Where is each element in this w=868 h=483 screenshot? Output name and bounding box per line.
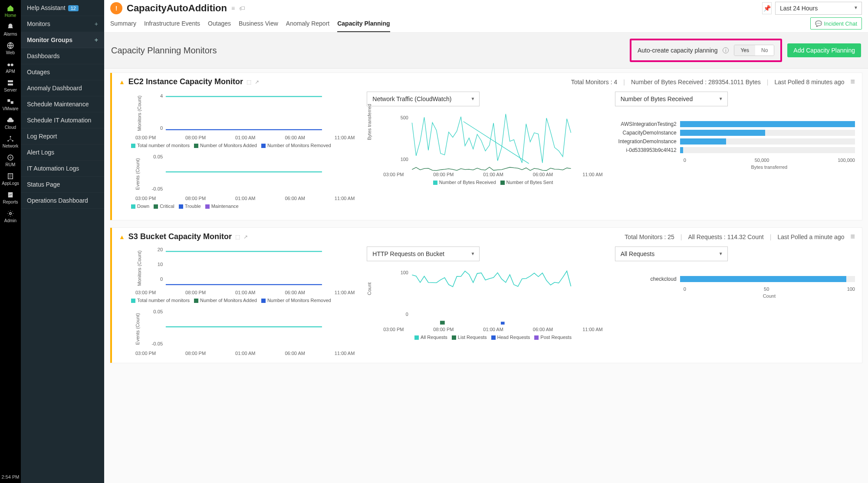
nav-item-outages[interactable]: Outages bbox=[21, 64, 104, 80]
plus-icon[interactable]: + bbox=[95, 20, 98, 27]
nav-item-dashboards[interactable]: Dashboards bbox=[21, 48, 104, 64]
menu-icon[interactable]: ≡ bbox=[231, 5, 235, 12]
nav-item-status-page[interactable]: Status Page bbox=[21, 177, 104, 193]
nav-badge: 12 bbox=[68, 5, 79, 11]
tab-business-view[interactable]: Business View bbox=[239, 17, 278, 32]
vmware-icon bbox=[7, 98, 14, 105]
rail-cloud[interactable]: Cloud bbox=[0, 114, 21, 132]
rail-label: Reports bbox=[3, 200, 18, 204]
nav-item-anomaly-dashboard[interactable]: Anomaly Dashboard bbox=[21, 80, 104, 96]
metric-select[interactable]: All Requests bbox=[615, 246, 728, 261]
card-title[interactable]: S3 Bucket Capacity Monitor bbox=[128, 232, 232, 241]
titlebar: ! CapacityAutoAddition ≡ 🏷 📌 Last 24 Hou… bbox=[104, 0, 868, 15]
nav-item-operations-dashboard[interactable]: Operations Dashboard bbox=[21, 193, 104, 209]
rail-label: Home bbox=[5, 13, 16, 18]
nav-item-monitor-groups[interactable]: Monitor Groups+ bbox=[21, 32, 104, 48]
bar-x-ticks: 050100 bbox=[615, 285, 855, 292]
svg-text:0: 0 bbox=[406, 312, 408, 317]
y-axis-label: Monitors (Count) bbox=[137, 95, 142, 131]
nav-item-schedule-maintenance[interactable]: Schedule Maintenance bbox=[21, 96, 104, 112]
rail-alarms[interactable]: Alarms bbox=[0, 20, 21, 39]
nav-item-it-automation-logs[interactable]: IT Automation Logs bbox=[21, 161, 104, 177]
x-ticks: 03:00 PM08:00 PM01:00 AM06:00 AM11:00 AM bbox=[367, 327, 607, 332]
svg-text:10: 10 bbox=[158, 262, 163, 267]
legend-item: Post Requests bbox=[534, 335, 572, 340]
tab-summary[interactable]: Summary bbox=[110, 17, 136, 32]
legend: Number of Bytes ReceivedNumber of Bytes … bbox=[367, 177, 607, 189]
y-axis-label: Events (Count) bbox=[135, 313, 140, 345]
toggle-no[interactable]: No bbox=[755, 45, 774, 56]
tab-capacity-planning[interactable]: Capacity Planning bbox=[337, 17, 390, 32]
card-header: ▲EC2 Instance Capacity Monitor⬚↗Total Mo… bbox=[119, 77, 855, 89]
auto-create-toggle[interactable]: Yes No bbox=[734, 45, 774, 56]
y-axis-label: Events (Count) bbox=[135, 158, 140, 190]
legend-item: Number of Monitors Removed bbox=[261, 143, 331, 148]
rail-rum[interactable]: RUM bbox=[0, 151, 21, 170]
plus-icon[interactable]: + bbox=[95, 36, 98, 43]
nav-item-help-assistant[interactable]: Help Assistant12 bbox=[21, 0, 104, 16]
rail-applogs[interactable]: AppLogs bbox=[0, 170, 21, 188]
nav-item-schedule-it-automation[interactable]: Schedule IT Automation bbox=[21, 112, 104, 128]
main: ! CapacityAutoAddition ≡ 🏷 📌 Last 24 Hou… bbox=[104, 0, 868, 483]
auto-create-label: Auto-create capacity planning bbox=[638, 47, 717, 54]
rail-reports[interactable]: Reports bbox=[0, 188, 21, 207]
rail-label: Cloud bbox=[5, 125, 16, 130]
rail-network[interactable]: Network bbox=[0, 132, 21, 151]
cube-icon[interactable]: ⬚ bbox=[235, 234, 240, 240]
toggle-yes[interactable]: Yes bbox=[734, 45, 755, 56]
rail-vmware[interactable]: VMware bbox=[0, 95, 21, 114]
add-capacity-planning-button[interactable]: Add Capacity Planning bbox=[787, 43, 861, 57]
bar-track bbox=[680, 147, 855, 153]
tag-icon[interactable]: 🏷 bbox=[239, 5, 245, 12]
bar-fill bbox=[680, 121, 855, 127]
side-nav: Help Assistant12Monitors+Monitor Groups+… bbox=[21, 0, 104, 483]
legend: Total number of monitorsNumber of Monito… bbox=[119, 295, 359, 307]
nav-item-log-report[interactable]: Log Report bbox=[21, 128, 104, 145]
external-link-icon[interactable]: ↗ bbox=[255, 79, 259, 85]
right-column: All Requestscheckcloud050100Count bbox=[615, 246, 855, 356]
metric-select[interactable]: Number of Bytes Received bbox=[615, 92, 728, 106]
time-range-select[interactable]: Last 24 Hours bbox=[775, 2, 862, 15]
nav-item-alert-logs[interactable]: Alert Logs bbox=[21, 145, 104, 161]
chart-type-select[interactable]: Network Traffic (CloudWatch) bbox=[367, 92, 480, 106]
external-link-icon[interactable]: ↗ bbox=[243, 234, 248, 240]
legend: DownCriticalTroubleMaintenance bbox=[119, 201, 359, 213]
rail-server[interactable]: Server bbox=[0, 76, 21, 95]
tab-anomaly-report[interactable]: Anomaly Report bbox=[286, 17, 329, 32]
rail-home[interactable]: Home bbox=[0, 2, 21, 20]
mini-line-chart: 0.05-0.05Events (Count) bbox=[119, 307, 359, 351]
nav-item-monitors[interactable]: Monitors+ bbox=[21, 16, 104, 32]
incident-chat-button[interactable]: 💬 Incident Chat bbox=[810, 17, 862, 30]
card-stat: Number of Bytes Received : 289354.1011 B… bbox=[631, 79, 761, 85]
rail-web[interactable]: Web bbox=[0, 39, 21, 58]
card-menu-icon[interactable]: ≡ bbox=[850, 232, 855, 241]
y-axis-label: Count bbox=[367, 283, 372, 295]
bar-fill bbox=[680, 276, 846, 282]
nav-label: IT Automation Logs bbox=[27, 165, 79, 172]
bar-label: AWSIntegrationTesting2 bbox=[615, 121, 680, 127]
bar-chart: AWSIntegrationTesting2CapacityDemoInstan… bbox=[615, 110, 855, 170]
rail-admin[interactable]: Admin bbox=[0, 207, 21, 226]
tabs: SummaryInfrastructure EventsOutagesBusin… bbox=[104, 15, 868, 33]
charts-row: 20100Monitors (Count)03:00 PM08:00 PM01:… bbox=[119, 244, 855, 356]
pin-icon[interactable]: 📌 bbox=[762, 2, 772, 14]
mid-column: HTTP Requests on BucketCount100003:00 PM… bbox=[367, 246, 607, 356]
tab-outages[interactable]: Outages bbox=[208, 17, 231, 32]
svg-point-7 bbox=[10, 136, 11, 137]
y-axis-label: Monitors (Count) bbox=[137, 250, 142, 286]
svg-rect-4 bbox=[8, 84, 13, 86]
info-icon[interactable]: i bbox=[723, 47, 729, 53]
card-title[interactable]: EC2 Instance Capacity Monitor bbox=[128, 77, 243, 86]
mini-line-chart: 0.05-0.05Events (Count) bbox=[119, 152, 359, 196]
legend-item: Number of Monitors Removed bbox=[261, 298, 331, 303]
bar-chart: checkcloud050100Count bbox=[615, 265, 855, 299]
svg-text:-0.05: -0.05 bbox=[152, 186, 163, 191]
tab-infrastructure-events[interactable]: Infrastructure Events bbox=[144, 17, 200, 32]
svg-text:100: 100 bbox=[401, 157, 408, 162]
cube-icon[interactable]: ⬚ bbox=[247, 79, 251, 85]
rail-apm[interactable]: APM bbox=[0, 58, 21, 76]
bar-track bbox=[680, 130, 855, 136]
chart-type-select[interactable]: HTTP Requests on Bucket bbox=[367, 246, 480, 261]
card-menu-icon[interactable]: ≡ bbox=[850, 77, 855, 86]
legend-item: Number of Monitors Added bbox=[194, 143, 257, 148]
